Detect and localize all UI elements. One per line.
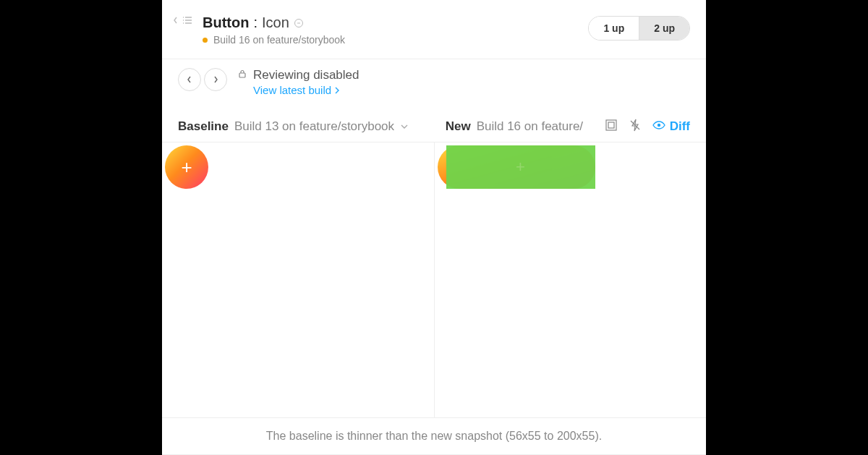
status-dot-icon (203, 38, 208, 43)
plus-icon: + (516, 158, 525, 177)
lock-icon (237, 68, 247, 82)
review-status-text: Reviewing disabled (253, 68, 359, 82)
compare-panes: + + (162, 142, 706, 418)
status-circle-icon (294, 18, 304, 28)
footer-note: The baseline is thinner than the new sna… (162, 418, 706, 455)
svg-rect-2 (606, 120, 616, 130)
diff-toggle[interactable]: Diff (652, 119, 690, 134)
baseline-label: Baseline (178, 119, 229, 134)
chevron-down-icon[interactable] (400, 120, 409, 133)
nav-arrows (178, 68, 227, 91)
title-separator: : (253, 14, 258, 31)
new-label: New (446, 119, 471, 134)
back-group (172, 14, 192, 25)
svg-rect-1 (239, 73, 245, 77)
new-build[interactable]: Build 16 on feature/storybook (477, 119, 583, 134)
component-name: Button (203, 14, 249, 31)
header: Button : Icon Build 16 on feature/storyb… (162, 0, 706, 59)
baseline-build[interactable]: Build 13 on feature/storybook (234, 119, 394, 134)
review-status: Reviewing disabled (237, 68, 359, 82)
review-bar: Reviewing disabled View latest build (162, 59, 706, 119)
story-name: Icon (262, 14, 289, 31)
build-subtext: Build 16 on feature/storybook (213, 34, 345, 46)
view-latest-text: View latest build (253, 84, 331, 96)
app-window: Button : Icon Build 16 on feature/storyb… (162, 0, 706, 455)
title-block: Button : Icon Build 16 on feature/storyb… (203, 14, 588, 46)
plus-icon: + (181, 156, 192, 179)
prev-button[interactable] (178, 68, 201, 91)
chevron-left-icon[interactable] (172, 17, 179, 24)
baseline-snapshot: + (165, 145, 208, 189)
view-toggle: 1 up 2 up (588, 16, 690, 41)
list-icon[interactable] (182, 16, 192, 25)
next-button[interactable] (204, 68, 227, 91)
toggle-2up[interactable]: 2 up (639, 17, 689, 40)
diff-overlay: + (446, 145, 595, 189)
diff-label: Diff (670, 119, 690, 134)
view-latest-link[interactable]: View latest build (253, 84, 340, 96)
focus-icon[interactable] (605, 119, 618, 135)
baseline-pane[interactable]: + (162, 143, 435, 417)
toggle-1up[interactable]: 1 up (589, 17, 639, 40)
flash-off-icon[interactable] (629, 119, 641, 135)
chevron-right-icon (334, 87, 340, 94)
compare-header: Baseline Build 13 on feature/storybook N… (162, 119, 706, 142)
svg-rect-3 (608, 122, 614, 128)
eye-icon (652, 119, 665, 134)
svg-point-4 (657, 124, 660, 127)
new-pane[interactable]: + (435, 143, 707, 417)
